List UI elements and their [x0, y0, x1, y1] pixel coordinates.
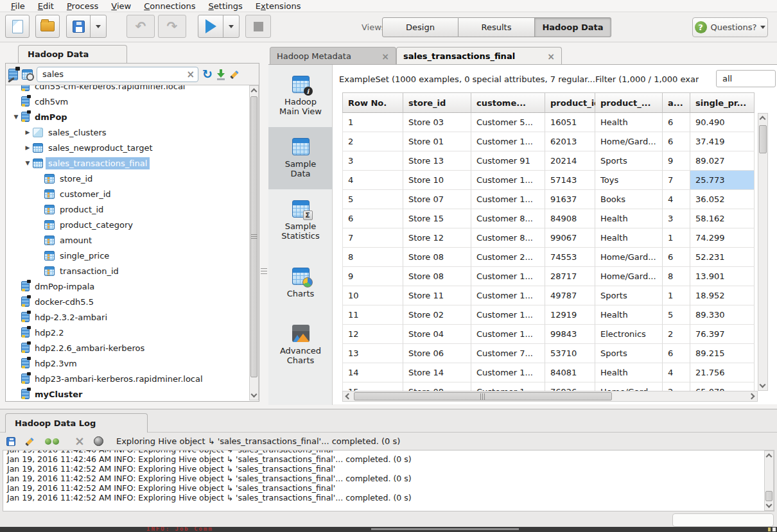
- cell[interactable]: Customer 1...: [471, 305, 545, 325]
- menu-item-view[interactable]: View: [105, 1, 137, 12]
- cell[interactable]: Customer 8...: [471, 209, 545, 228]
- cell[interactable]: Store 12: [403, 228, 471, 248]
- menu-item-extensions[interactable]: Extensions: [250, 1, 307, 12]
- cell[interactable]: 6: [342, 209, 403, 228]
- cell[interactable]: Toys: [595, 171, 663, 190]
- scroll-down-icon[interactable]: [251, 391, 258, 398]
- cell[interactable]: 52.231: [690, 248, 755, 267]
- search-input[interactable]: sales: [42, 69, 64, 79]
- cell[interactable]: Store 08: [403, 248, 471, 267]
- cell[interactable]: 9: [663, 151, 690, 171]
- clear-log-icon[interactable]: [24, 436, 36, 447]
- cell[interactable]: 84908: [545, 209, 595, 228]
- cell[interactable]: 7: [663, 171, 690, 190]
- column-header-a[interactable]: a...: [663, 92, 690, 113]
- cell[interactable]: 5: [663, 305, 690, 325]
- refresh-icon[interactable]: ↻: [202, 68, 213, 80]
- tree-item-transaction-id[interactable]: transaction_id: [6, 263, 259, 279]
- cell[interactable]: 9: [342, 267, 403, 286]
- cell[interactable]: 1: [663, 228, 690, 248]
- scroll-up-icon[interactable]: [766, 454, 773, 460]
- redo-button[interactable]: ↷: [158, 15, 186, 38]
- view-button-hadoop-data[interactable]: Hadoop Data: [535, 17, 611, 37]
- cell[interactable]: 65.078: [690, 382, 755, 391]
- cell[interactable]: 20214: [545, 151, 595, 171]
- sidebar-button-charts[interactable]: Charts: [268, 252, 333, 314]
- table-row[interactable]: 9Store 08Customer 1...28717Home/Gard...8…: [342, 267, 758, 286]
- cell[interactable]: Customer 1...: [471, 171, 545, 190]
- cell[interactable]: Store 13: [403, 151, 471, 171]
- cell[interactable]: 90.490: [690, 113, 755, 132]
- column-header-single-pr[interactable]: single_pr...: [690, 92, 755, 113]
- table-vscrollbar-thumb[interactable]: [759, 125, 767, 153]
- tree-item-dmpop-impala[interactable]: dmPop-impala: [6, 279, 259, 294]
- cell[interactable]: Customer 1...: [471, 382, 545, 391]
- cell[interactable]: 16051: [545, 113, 595, 132]
- hadoop-data-panel-tab[interactable]: Hadoop Data: [18, 45, 127, 63]
- cell[interactable]: 10: [342, 286, 403, 305]
- table-row[interactable]: 4Store 10Customer 1...57143Toys725.773: [342, 171, 758, 190]
- column-header-custome[interactable]: custome...: [471, 92, 545, 113]
- open-button[interactable]: [35, 15, 60, 38]
- cell[interactable]: Sports: [595, 286, 663, 305]
- table-row[interactable]: 3Store 13Customer 9120214Sports989.027: [342, 151, 758, 171]
- cell[interactable]: Customer 8...: [471, 228, 545, 248]
- expander-icon[interactable]: ▶: [22, 144, 33, 151]
- cell[interactable]: Customer 91: [471, 151, 545, 171]
- cell[interactable]: 14: [342, 363, 403, 382]
- cell[interactable]: 74.299: [690, 228, 755, 248]
- tree-item-mycluster[interactable]: myCluster: [6, 386, 259, 401]
- sidebar-button-advanced-charts[interactable]: Advanced Charts: [268, 314, 333, 376]
- cell[interactable]: Health: [595, 305, 663, 325]
- cell[interactable]: 12: [342, 325, 403, 344]
- tree-item-cdh5vm[interactable]: cdh5vm: [6, 94, 259, 109]
- expander-icon[interactable]: ▶: [22, 129, 33, 135]
- delete-log-icon[interactable]: ×: [74, 435, 85, 447]
- cell[interactable]: 76926: [545, 382, 595, 391]
- tree-vertical-scrollbar[interactable]: [249, 85, 259, 400]
- expander-icon[interactable]: ▼: [22, 160, 33, 166]
- cell[interactable]: Home/Gard...: [595, 132, 663, 151]
- table-row[interactable]: 12Store 04Customer 1...99843Electronics2…: [342, 325, 758, 344]
- cell[interactable]: 11: [342, 305, 403, 325]
- table-row[interactable]: 5Store 07Customer 1...91637Books436.052: [342, 190, 758, 209]
- tab-hadoop-metadata[interactable]: Hadoop Metadata×: [270, 47, 396, 65]
- cell[interactable]: 53710: [545, 344, 595, 363]
- close-icon[interactable]: ×: [547, 51, 555, 62]
- cell[interactable]: Customer 1...: [471, 190, 545, 209]
- cell[interactable]: Sports: [595, 151, 663, 171]
- cell[interactable]: 3: [663, 209, 690, 228]
- cell[interactable]: 99067: [545, 228, 595, 248]
- cell[interactable]: Store 15: [403, 209, 471, 228]
- save-log-icon[interactable]: [6, 437, 15, 446]
- scroll-up-icon[interactable]: [760, 116, 766, 123]
- cell[interactable]: Sports: [595, 344, 663, 363]
- cell[interactable]: Customer 1...: [471, 132, 545, 151]
- tree-item-sales-newproduct-target[interactable]: ▶sales_newproduct_target: [6, 140, 259, 155]
- cell[interactable]: 58.162: [690, 209, 755, 228]
- scroll-down-icon[interactable]: [760, 382, 766, 388]
- table-row[interactable]: 15Store 08Customer 1...76926Home/Gard...…: [342, 382, 758, 391]
- cell[interactable]: 6: [663, 132, 690, 151]
- run-dropdown-button[interactable]: [223, 15, 240, 38]
- table-vertical-scrollbar[interactable]: [758, 113, 768, 391]
- cell[interactable]: 13.901: [690, 267, 755, 286]
- tree-item-customer-id[interactable]: customer_id: [6, 186, 259, 202]
- sidebar-button-sample-data[interactable]: Sample Data: [268, 127, 333, 189]
- cell[interactable]: 89.330: [690, 305, 755, 325]
- cell[interactable]: Store 10: [403, 171, 471, 190]
- tree-item-product-id[interactable]: product_id: [6, 202, 259, 217]
- cell[interactable]: Home/Gard...: [595, 382, 663, 391]
- scroll-up-icon[interactable]: [251, 89, 258, 95]
- menu-item-edit[interactable]: Edit: [32, 1, 60, 12]
- cell[interactable]: Health: [595, 228, 663, 248]
- cell[interactable]: Store 01: [403, 132, 471, 151]
- cell[interactable]: 4: [663, 190, 690, 209]
- column-header-product[interactable]: product_...: [595, 92, 663, 113]
- table-hscrollbar-thumb[interactable]: [354, 392, 612, 400]
- cell[interactable]: Store 08: [403, 267, 471, 286]
- menu-item-file[interactable]: File: [5, 1, 31, 12]
- cell[interactable]: Store 07: [403, 190, 471, 209]
- tree-item-hdp2-2[interactable]: hdp2.2: [6, 325, 259, 340]
- cell[interactable]: Health: [595, 209, 663, 228]
